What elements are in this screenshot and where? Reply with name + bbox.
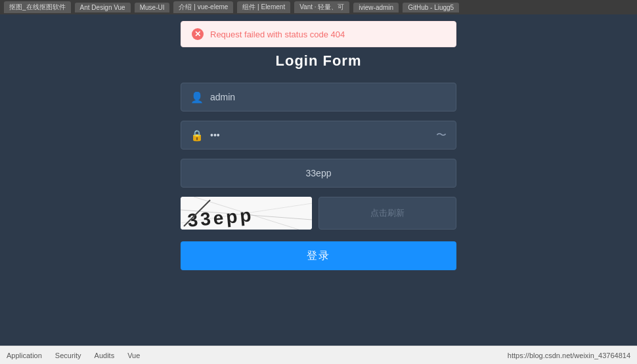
password-input[interactable] bbox=[210, 121, 436, 149]
status-url: https://blog.csdn.net/weixin_43764814 bbox=[508, 352, 630, 359]
bottom-tab-vue[interactable]: Vue bbox=[127, 352, 140, 359]
user-icon: 👤 bbox=[190, 91, 204, 104]
browser-tab-bar: 抠图_在线抠图软件 Ant Design Vue Muse-UI 介绍 | vu… bbox=[0, 0, 637, 14]
tab-vant[interactable]: Vant · 轻量、可 bbox=[294, 1, 349, 13]
bottom-tab-audits[interactable]: Audits bbox=[95, 352, 115, 359]
main-content: ✕ Request failed with status code 404 Lo… bbox=[0, 14, 637, 346]
captcha-image[interactable]: 33epp bbox=[181, 197, 312, 230]
bottom-bar: Application Security Audits Vue https://… bbox=[0, 346, 637, 364]
tab-element[interactable]: 组件 | Element bbox=[237, 1, 290, 13]
tab-koutu[interactable]: 抠图_在线抠图软件 bbox=[4, 1, 71, 13]
eye-toggle-icon[interactable]: 〜 bbox=[436, 129, 447, 142]
captcha-text-input[interactable] bbox=[190, 159, 447, 187]
error-alert: ✕ Request failed with status code 404 bbox=[181, 21, 456, 47]
tab-github[interactable]: GitHub - Liugg5 bbox=[403, 3, 459, 12]
tab-vue-ele[interactable]: 介绍 | vue-eleme bbox=[173, 1, 233, 13]
error-message: Request failed with status code 404 bbox=[210, 30, 345, 39]
login-button[interactable]: 登录 bbox=[181, 241, 456, 270]
captcha-svg: 33epp bbox=[181, 197, 312, 230]
tab-ant[interactable]: Ant Design Vue bbox=[75, 3, 131, 12]
error-icon: ✕ bbox=[192, 28, 204, 40]
captcha-refresh-area[interactable]: 点击刷新 bbox=[318, 197, 456, 230]
captcha-text-input-group bbox=[181, 159, 456, 188]
username-input[interactable] bbox=[210, 83, 447, 111]
tab-muse[interactable]: Muse-UI bbox=[135, 3, 170, 12]
tab-iview[interactable]: iview-admin bbox=[353, 3, 399, 12]
username-input-group: 👤 bbox=[181, 83, 456, 111]
login-title: Login Form bbox=[276, 52, 362, 70]
login-container: Login Form 👤 🔒 〜 bbox=[181, 52, 456, 270]
bottom-tab-application[interactable]: Application bbox=[7, 352, 42, 359]
captcha-row: 33epp 点击刷新 bbox=[181, 197, 456, 230]
captcha-refresh-label: 点击刷新 bbox=[370, 207, 405, 219]
bottom-tab-security[interactable]: Security bbox=[55, 352, 81, 359]
lock-icon: 🔒 bbox=[190, 129, 204, 142]
password-input-group: 🔒 〜 bbox=[181, 121, 456, 150]
